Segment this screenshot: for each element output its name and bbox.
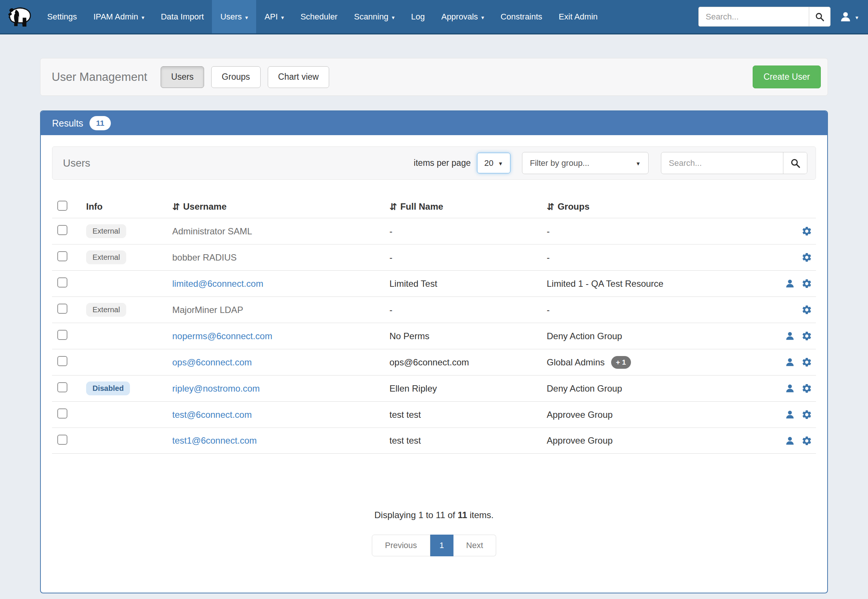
info-cell: External bbox=[86, 250, 172, 264]
row-checkbox[interactable] bbox=[57, 330, 68, 340]
table-row: noperms@6connect.comNo PermsDeny Action … bbox=[52, 323, 816, 349]
groups-text: Approvee Group bbox=[547, 409, 613, 420]
filter-by-group-select[interactable]: Filter by group... ▼ bbox=[522, 152, 649, 174]
info-cell: Disabled bbox=[86, 381, 172, 395]
tab-groups[interactable]: Groups bbox=[211, 66, 260, 88]
gear-icon[interactable] bbox=[801, 304, 812, 315]
groups-cell: Approvee Group bbox=[547, 435, 779, 446]
sort-icon[interactable]: ⇵ bbox=[547, 202, 554, 212]
gear-icon[interactable] bbox=[801, 357, 812, 368]
nav-item-label: Constraints bbox=[501, 12, 542, 22]
nav-item-label: Log bbox=[411, 12, 425, 22]
column-header-username[interactable]: ⇵Username bbox=[172, 202, 389, 212]
impersonate-user-icon[interactable] bbox=[785, 357, 795, 367]
row-checkbox[interactable] bbox=[57, 251, 68, 261]
gear-icon[interactable] bbox=[801, 435, 812, 446]
column-header-full-name[interactable]: ⇵Full Name bbox=[389, 202, 547, 212]
username-link[interactable]: test1@6connect.com bbox=[172, 435, 389, 446]
username-link[interactable]: noperms@6connect.com bbox=[172, 331, 389, 342]
sort-icon[interactable]: ⇵ bbox=[389, 202, 396, 212]
groups-text: Deny Action Group bbox=[547, 383, 622, 394]
impersonate-user-icon[interactable] bbox=[785, 436, 795, 446]
external-badge: External bbox=[86, 250, 126, 264]
table-row: ExternalMajorMiner LDAP-- bbox=[52, 296, 816, 323]
full-name-cell: Ellen Ripley bbox=[389, 383, 547, 394]
table-header-row: Info ⇵Username ⇵Full Name ⇵Groups bbox=[52, 196, 816, 218]
items-per-page-select[interactable]: 20 ▼ bbox=[477, 153, 510, 173]
nav-item-users[interactable]: Users▾ bbox=[212, 0, 256, 33]
gear-icon[interactable] bbox=[801, 383, 812, 394]
nav-item-approvals[interactable]: Approvals▾ bbox=[433, 0, 492, 33]
nav-item-data-import[interactable]: Data Import bbox=[152, 0, 212, 33]
table-search bbox=[661, 152, 807, 174]
actions-cell bbox=[779, 304, 816, 315]
username-link[interactable]: ripley@nostromo.com bbox=[172, 383, 389, 394]
row-checkbox[interactable] bbox=[57, 277, 68, 287]
navbar-search-input[interactable] bbox=[698, 7, 809, 27]
nav-item-scanning[interactable]: Scanning▾ bbox=[346, 0, 402, 33]
row-checkbox[interactable] bbox=[57, 382, 68, 392]
filter-by-group-value: Filter by group... bbox=[530, 158, 589, 168]
table-search-button[interactable] bbox=[783, 152, 807, 174]
nav-item-label: IPAM Admin bbox=[93, 12, 138, 22]
search-icon bbox=[790, 158, 800, 169]
table-body: ExternalAdministrator SAML--Externalbobb… bbox=[52, 218, 816, 454]
impersonate-user-icon[interactable] bbox=[785, 278, 795, 289]
pagination-page-1-button[interactable]: 1 bbox=[430, 534, 454, 556]
gear-icon[interactable] bbox=[801, 278, 812, 289]
column-header-groups[interactable]: ⇵Groups bbox=[547, 202, 779, 212]
row-checkbox[interactable] bbox=[57, 408, 68, 418]
actions-cell bbox=[779, 357, 816, 368]
results-title: Results bbox=[52, 118, 83, 129]
search-icon bbox=[815, 12, 824, 22]
gear-icon[interactable] bbox=[801, 252, 812, 263]
select-all-checkbox[interactable] bbox=[57, 201, 68, 211]
impersonate-user-icon[interactable] bbox=[785, 409, 795, 420]
column-header-label: Username bbox=[183, 202, 226, 212]
username-link[interactable]: test@6connect.com bbox=[172, 409, 389, 420]
sort-icon[interactable]: ⇵ bbox=[172, 202, 179, 212]
nav-item-exit-admin[interactable]: Exit Admin bbox=[550, 0, 606, 33]
gear-icon[interactable] bbox=[801, 226, 812, 236]
info-cell: External bbox=[86, 303, 172, 317]
nav-item-constraints[interactable]: Constraints bbox=[493, 0, 550, 33]
gear-icon[interactable] bbox=[801, 409, 812, 420]
nav-item-label: Exit Admin bbox=[559, 12, 598, 22]
row-checkbox[interactable] bbox=[57, 225, 68, 235]
full-name-cell: ops@6connect.com bbox=[389, 357, 547, 368]
user-account-menu[interactable]: ▾ bbox=[839, 11, 858, 23]
nav-item-scheduler[interactable]: Scheduler bbox=[292, 0, 346, 33]
navbar-search bbox=[698, 7, 830, 27]
navbar-search-button[interactable] bbox=[809, 7, 830, 27]
more-groups-badge: + 1 bbox=[611, 356, 631, 369]
username-link[interactable]: ops@6connect.com bbox=[172, 357, 389, 368]
pagination-next-button[interactable]: Next bbox=[454, 534, 496, 556]
nav-item-ipam-admin[interactable]: IPAM Admin▾ bbox=[85, 0, 153, 33]
nav-item-settings[interactable]: Settings bbox=[39, 0, 85, 33]
groups-text: Deny Action Group bbox=[547, 331, 622, 342]
toolbar-title: Users bbox=[63, 157, 90, 169]
table-search-input[interactable] bbox=[661, 152, 783, 174]
username-text: Administrator SAML bbox=[172, 226, 389, 236]
external-badge: External bbox=[86, 303, 126, 317]
row-checkbox[interactable] bbox=[57, 304, 68, 314]
gear-icon[interactable] bbox=[801, 331, 812, 342]
nav-item-api[interactable]: API▾ bbox=[256, 0, 292, 33]
username-link[interactable]: limited@6connect.com bbox=[172, 278, 389, 289]
nav-item-log[interactable]: Log bbox=[403, 0, 433, 33]
create-user-button[interactable]: Create User bbox=[753, 66, 821, 88]
tab-chart-view[interactable]: Chart view bbox=[268, 66, 330, 88]
actions-cell bbox=[779, 252, 816, 263]
impersonate-user-icon[interactable] bbox=[785, 383, 795, 393]
info-cell: External bbox=[86, 224, 172, 238]
row-checkbox[interactable] bbox=[57, 435, 68, 445]
groups-text: - bbox=[547, 252, 550, 263]
full-name-cell: test test bbox=[389, 435, 547, 446]
full-name-cell: No Perms bbox=[389, 331, 547, 342]
groups-cell: Limited 1 - QA Test Resource bbox=[547, 278, 779, 289]
pagination-previous-button[interactable]: Previous bbox=[372, 534, 430, 556]
row-checkbox[interactable] bbox=[57, 356, 68, 366]
impersonate-user-icon[interactable] bbox=[785, 331, 795, 341]
tab-users[interactable]: Users bbox=[161, 66, 204, 88]
caret-down-icon: ▾ bbox=[142, 15, 145, 20]
